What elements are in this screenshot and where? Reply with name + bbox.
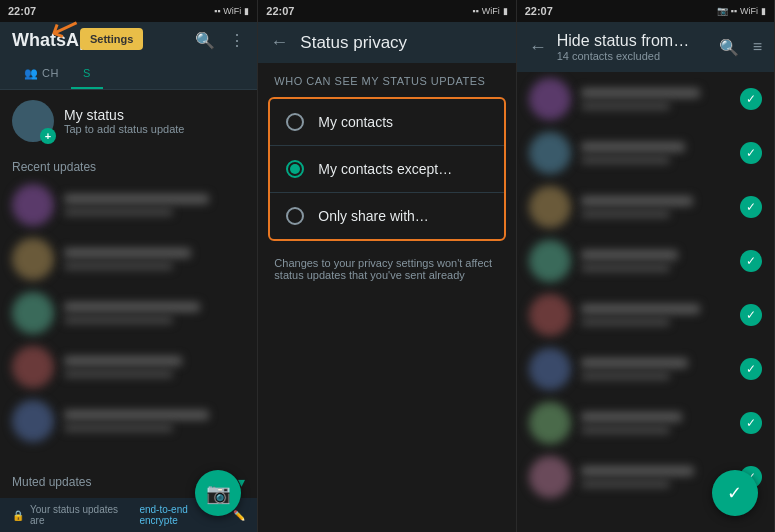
check-icon[interactable]: ✓ xyxy=(740,250,762,272)
add-status-icon: + xyxy=(40,128,56,144)
status-tabs: 👥 Ch S xyxy=(0,59,257,90)
radio-contacts-except[interactable] xyxy=(286,160,304,178)
radio-my-contacts[interactable] xyxy=(286,113,304,131)
back-button-p3[interactable]: ← xyxy=(529,37,547,58)
contact-sub xyxy=(581,426,671,434)
table-row[interactable]: ✓ xyxy=(517,126,774,180)
list-item[interactable] xyxy=(0,286,257,340)
tooltip-label: Settings xyxy=(80,28,143,50)
check-icon[interactable]: ✓ xyxy=(740,88,762,110)
avatar xyxy=(12,238,54,280)
more-options-icon-p1[interactable]: ⋮ xyxy=(229,31,245,50)
list-item[interactable] xyxy=(0,232,257,286)
avatar xyxy=(529,132,571,174)
table-row[interactable]: ✓ xyxy=(517,72,774,126)
time-p1: 22:07 xyxy=(8,5,36,17)
contact-name xyxy=(581,358,689,368)
menu-icon-p3[interactable]: ≡ xyxy=(753,38,762,57)
camera-icon: 📷 xyxy=(206,481,231,505)
avatar xyxy=(12,292,54,334)
check-icon[interactable]: ✓ xyxy=(740,358,762,380)
tab-status[interactable]: S xyxy=(71,59,103,89)
contact-sub xyxy=(64,424,173,432)
lock-icon: 🔒 xyxy=(12,510,24,521)
contact-name xyxy=(64,194,209,204)
contact-name xyxy=(581,412,683,422)
contact-sub xyxy=(581,318,671,326)
search-icon-p3[interactable]: 🔍 xyxy=(719,38,739,57)
option-my-contacts-label: My contacts xyxy=(318,114,393,130)
table-row[interactable]: ✓ xyxy=(517,342,774,396)
table-row[interactable]: ✓ xyxy=(517,180,774,234)
camera-button[interactable]: 📷 xyxy=(195,470,241,516)
avatar xyxy=(529,402,571,444)
check-icon[interactable]: ✓ xyxy=(740,304,762,326)
screenshot-icon: 📷 xyxy=(717,6,728,16)
list-item[interactable] xyxy=(0,394,257,448)
edit-icon[interactable]: ✏️ xyxy=(233,510,245,521)
list-item[interactable] xyxy=(0,340,257,394)
option-only-share[interactable]: Only share with… xyxy=(270,192,503,239)
option-my-contacts[interactable]: My contacts xyxy=(270,99,503,145)
option-my-contacts-except[interactable]: My contacts except… xyxy=(270,145,503,192)
contact-name xyxy=(64,356,182,366)
p3-subtitle: 14 contacts excluded xyxy=(557,50,689,62)
confirm-button[interactable]: ✓ xyxy=(712,470,758,516)
avatar xyxy=(529,294,571,336)
status-icons-p2: ▪▪ WiFi ▮ xyxy=(472,6,507,16)
option-contacts-except-label: My contacts except… xyxy=(318,161,452,177)
p2-header: ← Status privacy xyxy=(258,22,515,63)
contacts-list: ✓ ✓ ✓ xyxy=(517,72,774,532)
muted-label: Muted updates xyxy=(12,475,91,489)
table-row[interactable]: ✓ xyxy=(517,288,774,342)
my-status-sub: Tap to add status update xyxy=(64,123,184,135)
check-icon[interactable]: ✓ xyxy=(740,142,762,164)
avatar xyxy=(12,184,54,226)
time-p3: 22:07 xyxy=(525,5,553,17)
contact-sub xyxy=(581,480,671,488)
table-row[interactable]: ✓ xyxy=(517,234,774,288)
recent-label: Recent updates xyxy=(0,152,257,178)
encrypted-text: Your status updates are xyxy=(30,504,133,526)
p3-title-block: Hide status from… 14 contacts excluded xyxy=(557,32,689,62)
network-icon: ▪▪ xyxy=(472,6,478,16)
status-icons-p3: 📷 ▪▪ WiFi ▮ xyxy=(717,6,766,16)
contact-name xyxy=(581,196,693,206)
my-status-row[interactable]: + My status Tap to add status update xyxy=(0,90,257,152)
avatar xyxy=(529,78,571,120)
contact-name xyxy=(581,250,678,260)
tab-chats[interactable]: 👥 Ch xyxy=(12,59,71,89)
contact-sub xyxy=(581,264,671,272)
wifi-icon: WiFi xyxy=(740,6,758,16)
wifi-icon: WiFi xyxy=(223,6,241,16)
who-can-see-label: Who can see my status updates xyxy=(258,63,515,93)
network-icon: ▪▪ xyxy=(731,6,737,16)
status-bar-p1: 22:07 ▪▪ WiFi ▮ xyxy=(0,0,257,22)
contact-sub xyxy=(581,102,671,110)
battery-icon: ▮ xyxy=(244,6,249,16)
list-item[interactable] xyxy=(0,178,257,232)
back-button[interactable]: ← xyxy=(270,32,288,53)
my-status-name: My status xyxy=(64,107,184,123)
contact-sub xyxy=(64,208,173,216)
time-p2: 22:07 xyxy=(266,5,294,17)
privacy-options-box: My contacts My contacts except… Only sha… xyxy=(268,97,505,241)
contact-sub xyxy=(581,210,671,218)
contact-name xyxy=(581,304,700,314)
hide-status-panel: 22:07 📷 ▪▪ WiFi ▮ ← Hide status from… 14… xyxy=(517,0,775,532)
contact-name xyxy=(581,88,700,98)
radio-only-share[interactable] xyxy=(286,207,304,225)
check-icon[interactable]: ✓ xyxy=(740,412,762,434)
option-only-share-label: Only share with… xyxy=(318,208,428,224)
contact-name xyxy=(64,302,200,312)
chats-icon: 👥 xyxy=(24,67,39,79)
confirm-icon: ✓ xyxy=(727,482,742,504)
contact-sub xyxy=(64,262,173,270)
search-icon-p1[interactable]: 🔍 xyxy=(195,31,215,50)
p3-title: Hide status from… xyxy=(557,32,689,50)
table-row[interactable]: ✓ xyxy=(517,396,774,450)
whatsapp-status-panel: 22:07 ▪▪ WiFi ▮ WhatsApp 🔍 ⋮ 👥 Ch S ↗ Se… xyxy=(0,0,258,532)
check-icon[interactable]: ✓ xyxy=(740,196,762,218)
battery-icon: ▮ xyxy=(761,6,766,16)
contact-sub xyxy=(581,372,671,380)
